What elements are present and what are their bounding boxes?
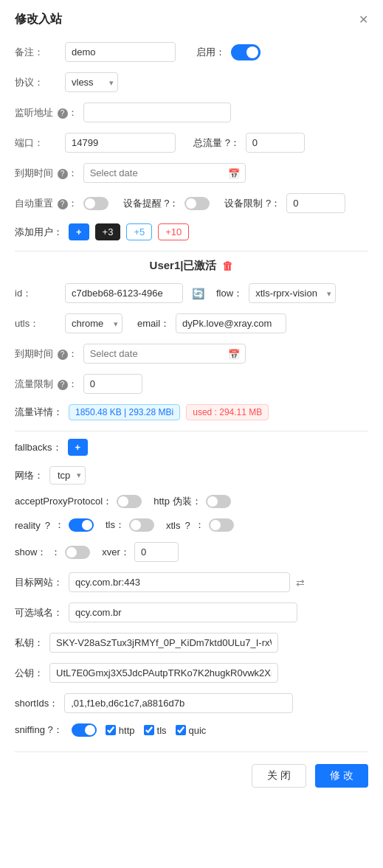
reality-help-icon[interactable]: ? (45, 520, 50, 531)
auto-reset-row: 自动重置 ?： 设备提醒 ?： 设备限制 ?： (15, 193, 368, 213)
xver-input[interactable] (134, 542, 179, 562)
user-expiry-input[interactable] (83, 344, 246, 364)
domain-label: 可选域名： (15, 606, 63, 619)
private-key-row: 私钥： (15, 633, 368, 653)
public-key-input[interactable] (49, 663, 278, 683)
total-flow-input[interactable] (246, 133, 305, 153)
target-label: 目标网站： (15, 576, 63, 589)
quic-label: quic (189, 725, 207, 736)
total-flow-help-icon[interactable]: ? (225, 137, 230, 148)
footer: 关 闭 修 改 (15, 751, 368, 788)
save-button[interactable]: 修 改 (315, 764, 368, 788)
add-user-label: 添加用户： (15, 226, 63, 239)
sniffing-help-icon[interactable]: ? (48, 724, 53, 735)
flow-detail-row: 流量详情： 1850.48 KB | 293.28 MBi used : 294… (15, 404, 368, 420)
flow-detail-label: 流量详情： (15, 406, 63, 419)
auto-reset-help-icon[interactable]: ? (58, 199, 68, 209)
expiry-help-icon[interactable]: ? (58, 169, 68, 179)
fallbacks-row: fallbacks： + (15, 439, 368, 456)
flow-label: flow： (216, 287, 243, 300)
sniffing-toggle[interactable] (72, 723, 97, 737)
tls-toggle[interactable] (129, 518, 154, 532)
device-limit-help-icon[interactable]: ? (266, 198, 271, 209)
email-input[interactable] (176, 313, 286, 333)
port-flow-row: 端口： 总流量 ?： (15, 133, 368, 153)
device-limit-input[interactable] (286, 193, 345, 213)
port-input[interactable] (65, 133, 176, 153)
flow-limit-input[interactable] (83, 374, 142, 394)
short-ids-input[interactable] (64, 693, 293, 713)
user-expiry-date-wrap[interactable]: 📅 (83, 344, 246, 364)
network-select-wrap[interactable]: tcp (49, 466, 86, 485)
total-flow-label: 总流量 ?： (193, 136, 240, 150)
email-label: email： (137, 317, 170, 330)
utls-select-wrap[interactable]: chrome firefox safari (65, 313, 123, 333)
dialog-header: 修改入站 ✕ (15, 12, 368, 27)
accept-proxy-toggle[interactable] (117, 495, 142, 508)
flow-detail-badge2: used : 294.11 MB (186, 404, 269, 420)
domain-input[interactable] (69, 603, 297, 622)
id-flow-row: id： 🔄 flow： xtls-rprx-vision none (15, 283, 368, 303)
flow-select[interactable]: xtls-rprx-vision none (249, 283, 336, 303)
remark-input[interactable] (65, 42, 176, 62)
protocol-select-wrap[interactable]: vless vmess trojan (65, 72, 118, 92)
listen-help-icon[interactable]: ? (58, 108, 68, 119)
tls-label: tls (157, 725, 167, 736)
show-toggle[interactable] (65, 546, 90, 559)
fallbacks-add-button[interactable]: + (68, 439, 89, 456)
flow-select-wrap[interactable]: xtls-rprx-vision none (249, 283, 336, 303)
target-input[interactable] (69, 572, 290, 592)
copy-icon[interactable]: ⇄ (296, 577, 305, 588)
network-value: tcp (58, 470, 70, 481)
accept-proxy-item: acceptProxyProtocol： (15, 495, 142, 508)
add-3-button[interactable]: +3 (95, 223, 121, 240)
fallbacks-label: fallbacks： (15, 441, 62, 454)
accept-proxy-label: acceptProxyProtocol： (15, 495, 112, 508)
http-mock-label: http 伪装： (153, 495, 201, 508)
user-expiry-help-icon[interactable]: ? (58, 350, 68, 360)
user-section-title: User1|已激活 🗑 (15, 259, 368, 273)
http-mock-toggle[interactable] (206, 495, 231, 508)
expiry-input[interactable] (83, 163, 246, 183)
http-mock-item: http 伪装： (153, 495, 230, 508)
reality-tls-row: reality ?： tls： xtls ?： (15, 518, 368, 532)
close-icon[interactable]: ✕ (359, 14, 368, 26)
xtls-toggle[interactable] (209, 518, 234, 532)
add-10-button[interactable]: +10 (158, 223, 189, 240)
add-5-button[interactable]: +5 (126, 223, 152, 240)
tls-label: tls： (106, 518, 125, 532)
refresh-id-icon[interactable]: 🔄 (192, 288, 204, 299)
http-label: http (119, 725, 135, 736)
id-input[interactable] (65, 283, 183, 303)
private-key-label: 私钥： (15, 636, 44, 650)
utls-select[interactable]: chrome firefox safari (65, 313, 123, 333)
quic-checkbox-item: quic (176, 725, 207, 736)
tls-checkbox-item: tls (144, 725, 167, 736)
device-remind-label: 设备提醒 ?： (123, 197, 179, 210)
enable-toggle[interactable] (231, 44, 260, 60)
id-label: id： (15, 287, 59, 300)
tls-item: tls： (106, 518, 154, 532)
short-ids-row: shortIds： (15, 693, 368, 713)
network-row: 网络： tcp (15, 466, 368, 485)
xtls-help-icon[interactable]: ? (184, 520, 190, 531)
delete-user-icon[interactable]: 🗑 (222, 260, 233, 272)
device-remind-toggle[interactable] (184, 197, 210, 210)
add-user-button[interactable]: + (69, 223, 89, 240)
quic-checkbox[interactable] (176, 725, 186, 735)
auto-reset-toggle[interactable] (83, 197, 108, 210)
tls-checkbox[interactable] (144, 725, 154, 735)
device-remind-help-icon[interactable]: ? (164, 198, 169, 209)
flow-limit-row: 流量限制 ?： (15, 374, 368, 394)
protocol-select[interactable]: vless vmess trojan (65, 72, 118, 92)
divider-1 (15, 251, 368, 251)
flow-limit-help-icon[interactable]: ? (58, 380, 68, 390)
expiry-date-wrap[interactable]: 📅 (83, 163, 246, 183)
close-button[interactable]: 关 闭 (252, 764, 306, 788)
private-key-input[interactable] (49, 633, 278, 653)
reality-toggle[interactable] (69, 518, 94, 532)
xtls-label: xtls (166, 520, 181, 531)
listen-input[interactable] (83, 103, 231, 122)
http-checkbox[interactable] (106, 725, 116, 735)
user-expiry-row: 到期时间 ?： 📅 (15, 344, 368, 364)
